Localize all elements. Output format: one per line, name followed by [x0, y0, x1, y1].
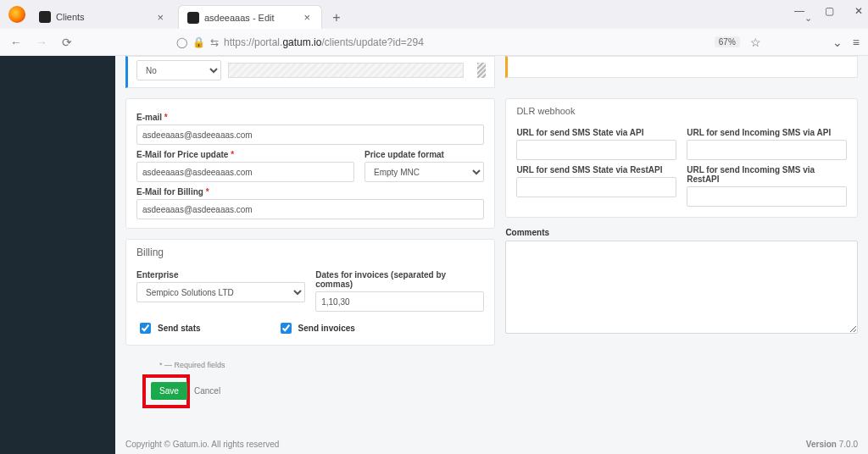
dlr-title: DLR webhook	[506, 99, 857, 123]
dlr-incoming-api-label: URL for send Incoming SMS via API	[687, 128, 847, 137]
tab-label: asdeeaaas - Edit	[204, 13, 301, 23]
required-fields-note: * — Required fields	[159, 361, 858, 369]
tab-label: Clients	[56, 12, 154, 22]
enterprise-select[interactable]: Sempico Solutions LTD	[136, 282, 305, 302]
reload-button[interactable]: ⟳	[59, 35, 75, 50]
window-minimize-icon[interactable]: —	[794, 5, 804, 17]
top-left-card: No	[125, 56, 495, 88]
price-format-label: Price update format	[364, 150, 484, 159]
send-stats-checkbox[interactable]: Send stats	[136, 320, 201, 336]
window-close-icon[interactable]: ✕	[854, 5, 863, 17]
dlr-incoming-rest-field[interactable]	[687, 186, 847, 207]
dlr-sms-state-api-field[interactable]	[516, 140, 676, 160]
dlr-sms-state-rest-label: URL for send SMS State via RestAPI	[516, 165, 676, 174]
invoice-dates-field[interactable]	[315, 291, 484, 312]
dlr-webhook-card: DLR webhook URL for send SMS State via A…	[505, 98, 858, 218]
pocket-icon[interactable]: ⌄	[832, 36, 843, 49]
tab-favicon	[187, 12, 199, 24]
left-sidebar	[0, 56, 115, 454]
page-footer: Copyright © Gatum.io. All rights reserve…	[115, 435, 868, 454]
tab-clients[interactable]: Clients ×	[31, 5, 175, 29]
version-text: Version 7.0.0	[806, 440, 858, 449]
address-bar[interactable]: ◯ 🔒 ⇆ https://portal.gatum.io/clients/up…	[170, 32, 645, 53]
resize-handle-icon	[477, 63, 486, 78]
url-bar: ← → ⟳ ◯ 🔒 ⇆ https://portal.gatum.io/clie…	[0, 29, 868, 56]
email-label: E-mail *	[136, 113, 484, 122]
permissions-icon: ⇆	[210, 36, 219, 48]
comments-section: Comments	[505, 228, 858, 335]
billing-email-label: E-Mail for Billing *	[136, 187, 484, 197]
copyright-text: Copyright © Gatum.io. All rights reserve…	[125, 440, 279, 449]
zoom-badge[interactable]: 67%	[715, 36, 740, 47]
firefox-icon	[8, 6, 25, 23]
price-email-field[interactable]	[136, 162, 354, 182]
close-icon[interactable]: ×	[154, 11, 166, 24]
top-select[interactable]: No	[136, 60, 221, 80]
dlr-sms-state-api-label: URL for send SMS State via API	[516, 128, 676, 137]
comments-textarea[interactable]	[505, 241, 858, 334]
window-restore-icon[interactable]: ▢	[825, 5, 834, 17]
disabled-textarea	[228, 63, 464, 78]
url-text: https://portal.gatum.io/clients/update?i…	[224, 36, 424, 48]
close-icon[interactable]: ×	[301, 11, 313, 24]
cancel-button[interactable]: Cancel	[189, 382, 225, 400]
price-format-select[interactable]: Empty MNC	[364, 162, 484, 182]
dlr-incoming-rest-label: URL for send Incoming SMS via RestAPI	[687, 165, 847, 184]
dlr-incoming-api-field[interactable]	[687, 140, 847, 160]
shield-icon: ◯	[176, 36, 187, 48]
email-card: E-mail * E-Mail for Price update * Price…	[125, 98, 495, 229]
tab-edit[interactable]: asdeeaaas - Edit ×	[178, 5, 322, 29]
new-tab-button[interactable]: +	[326, 7, 348, 29]
lock-icon: 🔒	[192, 36, 205, 48]
browser-titlebar: Clients × asdeeaaas - Edit × + ⌄ — ▢ ✕	[0, 0, 868, 29]
billing-email-field[interactable]	[136, 199, 484, 219]
invoice-dates-label: Dates for invoices (separated by commas)	[315, 270, 484, 289]
price-email-label: E-Mail for Price update *	[136, 150, 354, 159]
email-field[interactable]	[136, 125, 484, 145]
bookmark-star-icon[interactable]: ☆	[750, 36, 761, 49]
comments-label: Comments	[505, 228, 858, 237]
billing-title: Billing	[126, 240, 494, 265]
top-right-card	[505, 56, 858, 78]
back-button[interactable]: ←	[8, 35, 24, 50]
enterprise-label: Enterprise	[136, 270, 305, 280]
send-invoices-checkbox[interactable]: Send invoices	[277, 320, 355, 336]
hamburger-menu-icon[interactable]: ≡	[853, 36, 860, 49]
billing-card: Billing Enterprise Sempico Solutions LTD…	[125, 239, 495, 346]
dlr-sms-state-rest-field[interactable]	[516, 177, 676, 197]
save-button[interactable]: Save	[151, 382, 187, 400]
forward-button[interactable]: →	[34, 35, 49, 50]
tab-favicon	[39, 11, 51, 23]
